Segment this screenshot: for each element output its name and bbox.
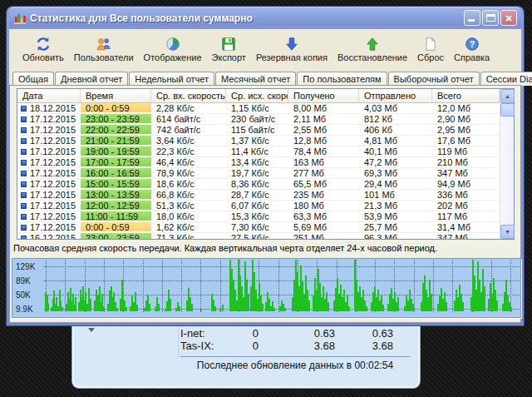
column-header[interactable]: Ср. исх. скоро...: [226, 89, 288, 103]
app-window: Статистика для Все пользователи суммарно…: [7, 7, 524, 325]
out-speed-cell: 27,5 Кб/с: [226, 233, 288, 239]
chart-bar: [214, 306, 216, 311]
in-speed-cell: 71,3 Кб/с: [151, 233, 226, 239]
tab-1[interactable]: Дневной отчет: [55, 72, 128, 86]
in-speed-cell: 18,0 Кб/с: [151, 211, 226, 221]
table-row[interactable]: 17.12.201513:00 - 13:5966,8 Кб/с28,7 Кб/…: [17, 190, 500, 201]
window-title: Статистика для Все пользователи суммарно: [30, 12, 464, 24]
column-header[interactable]: Время: [81, 89, 151, 103]
out-speed-cell: 8,36 Кб/с: [226, 179, 288, 189]
scrollbar-thumb[interactable]: [500, 103, 515, 117]
users-toolbar-button[interactable]: Пользователи: [69, 34, 139, 65]
column-header[interactable]: Всего: [432, 89, 500, 103]
column-header[interactable]: Ср. вх. скорость: [151, 89, 226, 103]
tab-2[interactable]: Недельный отчет: [129, 72, 214, 86]
titlebar[interactable]: Статистика для Все пользователи суммарно…: [9, 7, 521, 29]
help-toolbar-button[interactable]: ?Справка: [449, 34, 495, 65]
chart-bar: [90, 299, 91, 311]
time-cell: 11:00 - 11:59: [81, 211, 151, 221]
sent-cell: 101 Мб: [359, 190, 432, 200]
total-cell: 12,0 Мб: [432, 103, 500, 113]
connection-value: 3.68: [259, 340, 335, 352]
table-row[interactable]: 17.12.201515:00 - 15:5918,6 Кб/с8,36 Кб/…: [17, 179, 500, 190]
chart-bar: [462, 302, 464, 311]
chart-vgridline-24h: [143, 260, 144, 312]
row-bullet-icon: [21, 117, 27, 122]
sent-cell: 406 Кб: [359, 125, 432, 135]
maximize-icon: [486, 14, 495, 22]
chart-hgridline: [44, 280, 520, 281]
table-row[interactable]: 18.12.20150:00 - 0:592,28 Кб/с1,15 Кб/с8…: [17, 103, 500, 114]
date-cell: 17.12.2015: [17, 114, 81, 124]
table-row[interactable]: 17.12.201523:00 - 23:59614 байт/с230 бай…: [17, 114, 500, 125]
users-icon: [96, 37, 111, 52]
reset-icon: [423, 37, 438, 52]
chart-bar: [103, 306, 105, 311]
table-row[interactable]: 17.12.201511:00 - 11:5918,0 Кб/с15,3 Кб/…: [17, 211, 500, 222]
display-toolbar-button[interactable]: Отображение: [139, 34, 207, 65]
chart-vgridline-24h: [433, 260, 434, 312]
tab-6[interactable]: Сессии Dial-up: [480, 72, 532, 86]
received-cell: 8,00 Мб: [288, 103, 359, 113]
table-row[interactable]: 17.12.201521:00 - 21:593,64 Кб/с1,37 Кб/…: [17, 136, 500, 146]
export-toolbar-button[interactable]: Экспорт: [207, 34, 251, 65]
time-cell: 15:00 - 15:59: [81, 179, 151, 189]
tab-5[interactable]: Выборочный отчет: [388, 72, 480, 86]
chart-bar: [191, 304, 193, 311]
row-bullet-icon: [21, 127, 27, 133]
table-row[interactable]: 17.12.201517:00 - 17:5946,4 Кб/с13,4 Кб/…: [17, 157, 500, 168]
chart-bar: [382, 305, 384, 311]
date-cell: 17.12.2015: [17, 125, 81, 135]
table-row[interactable]: 17.12.201522:00 - 22:59742 байт/с115 бай…: [17, 125, 500, 136]
background-window-panel: I-net:00.630.63Tas-IX:03.683.68 Последне…: [71, 325, 421, 389]
in-speed-cell: 614 байт/с: [151, 114, 226, 124]
column-header[interactable]: Отправлено: [359, 89, 432, 103]
hourly-report-table: ДатаВремяСр. вх. скоростьСр. исх. скоро.…: [17, 88, 515, 240]
date-cell: 17.12.2015: [17, 190, 81, 200]
sent-cell: 69,3 Мб: [359, 168, 432, 178]
table-row[interactable]: 17.12.201519:00 - 19:5922,3 Кб/с11,4 Кб/…: [17, 146, 500, 157]
toolbar: ОбновитьПользователиОтображениеЭкспортРе…: [9, 29, 521, 68]
table-row[interactable]: 17.12.20150:00 - 0:591,62 Кб/с7,30 Кб/с5…: [17, 222, 500, 233]
out-speed-cell: 28,7 Кб/с: [226, 190, 288, 200]
table-row[interactable]: 16.12.201523:00 - 23:5971,3 Кб/с27,5 Кб/…: [17, 233, 500, 239]
toolbar-button-label: Экспорт: [212, 52, 246, 62]
connection-value: 0: [234, 327, 259, 340]
close-button[interactable]: ✕: [500, 10, 517, 26]
refresh-toolbar-button[interactable]: Обновить: [17, 34, 69, 65]
tab-4[interactable]: По пользователям: [297, 72, 387, 86]
column-header[interactable]: Дата: [17, 89, 81, 103]
time-cell: 0:00 - 0:59: [81, 222, 151, 232]
chart-vgridline-24h: [162, 260, 163, 312]
in-speed-cell: 51,3 Кб/с: [151, 201, 226, 211]
reset-toolbar-button[interactable]: Сброс: [412, 34, 449, 65]
vertical-scrollbar[interactable]: ▲ ▼: [500, 89, 514, 239]
out-speed-cell: 11,4 Кб/с: [226, 146, 288, 156]
sent-cell: 812 Кб: [359, 114, 432, 124]
column-header[interactable]: Получено: [288, 89, 359, 103]
table-row[interactable]: 17.12.201512:00 - 12:5951,3 Кб/с6,07 Кб/…: [17, 201, 500, 211]
chart-bar: [75, 297, 76, 311]
in-speed-cell: 78,9 Кб/с: [151, 168, 226, 178]
date-cell: 16.12.2015: [17, 233, 81, 239]
chart-vgridline-24h: [104, 260, 105, 312]
time-cell: 0:00 - 0:59: [81, 103, 151, 113]
maximize-button[interactable]: [482, 10, 499, 26]
time-cell: 22:00 - 22:59: [81, 125, 151, 135]
in-speed-cell: 66,8 Кб/с: [151, 190, 226, 200]
minimize-button[interactable]: [464, 10, 480, 26]
table-row[interactable]: 17.12.201516:00 - 16:5978,9 Кб/с19,7 Кб/…: [17, 168, 500, 179]
scroll-up-button[interactable]: ▲: [500, 89, 515, 103]
chart-bar: [328, 302, 329, 311]
total-cell: 347 Мб: [432, 168, 500, 178]
backup-toolbar-button[interactable]: Резервная копия: [251, 34, 332, 65]
refresh-icon: [36, 37, 51, 52]
chart-bar: [484, 286, 485, 311]
tab-0[interactable]: Общая: [12, 72, 54, 86]
tab-3[interactable]: Месячный отчет: [215, 72, 296, 86]
connection-name: Tas-IX:: [180, 340, 234, 352]
date-cell: 17.12.2015: [17, 157, 81, 167]
chart-bar: [262, 304, 264, 311]
scroll-down-button[interactable]: ▼: [500, 225, 515, 239]
restore-toolbar-button[interactable]: Восстановление: [332, 34, 412, 65]
